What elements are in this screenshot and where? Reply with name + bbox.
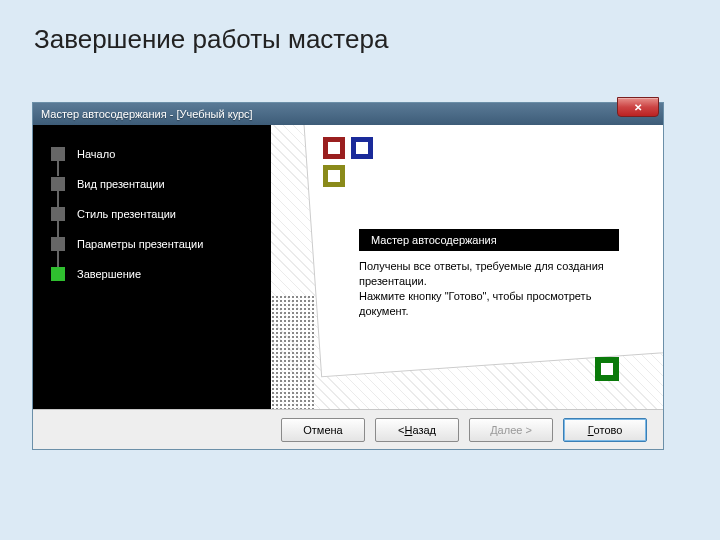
step-marker-icon: [51, 237, 65, 251]
page-title: Завершение работы мастера: [0, 0, 720, 55]
finish-button[interactable]: Готово: [563, 418, 647, 442]
next-button: Далее >: [469, 418, 553, 442]
content-text: Получены все ответы, требуемые для созда…: [359, 259, 629, 318]
step-presentation-options[interactable]: Параметры презентации: [51, 237, 271, 251]
close-icon: ✕: [634, 102, 642, 113]
cancel-button[interactable]: Отмена: [281, 418, 365, 442]
wizard-window: Мастер автосодержания - [Учебный курс] ✕…: [32, 102, 664, 450]
titlebar: Мастер автосодержания - [Учебный курс] ✕: [33, 103, 663, 125]
step-start[interactable]: Начало: [51, 147, 271, 161]
back-button[interactable]: < Назад: [375, 418, 459, 442]
step-finish[interactable]: Завершение: [51, 267, 271, 281]
step-marker-icon: [51, 267, 65, 281]
step-presentation-style[interactable]: Стиль презентации: [51, 207, 271, 221]
wizard-body: Начало Вид презентации Стиль презентации…: [33, 125, 663, 409]
window-title: Мастер автосодержания - [Учебный курс]: [41, 108, 253, 120]
red-square-icon: [323, 137, 345, 159]
step-label: Начало: [77, 148, 115, 160]
dotted-pattern: [271, 295, 315, 409]
step-marker-icon: [51, 207, 65, 221]
step-label: Стиль презентации: [77, 208, 176, 220]
olive-square-icon: [323, 165, 345, 187]
blue-square-icon: [351, 137, 373, 159]
step-marker-icon: [51, 177, 65, 191]
green-square-icon: [595, 357, 619, 381]
wizard-steps-sidebar: Начало Вид презентации Стиль презентации…: [33, 125, 271, 409]
step-label: Вид презентации: [77, 178, 165, 190]
wizard-button-bar: Отмена < Назад Далее > Готово: [33, 409, 663, 449]
paper-graphic: [302, 125, 663, 377]
wizard-content: Мастер автосодержания Получены все ответ…: [271, 125, 663, 409]
step-label: Параметры презентации: [77, 238, 203, 250]
content-heading: Мастер автосодержания: [359, 229, 619, 251]
step-marker-icon: [51, 147, 65, 161]
step-presentation-type[interactable]: Вид презентации: [51, 177, 271, 191]
step-label: Завершение: [77, 268, 141, 280]
close-button[interactable]: ✕: [617, 97, 659, 117]
